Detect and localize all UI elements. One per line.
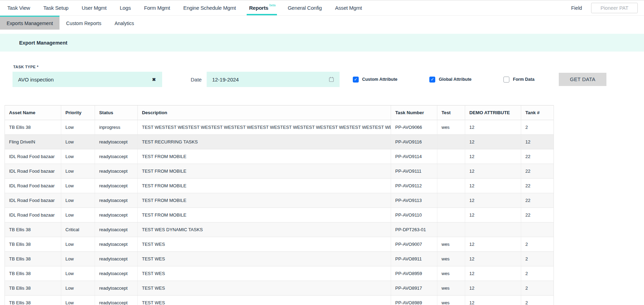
cell-description: TEST FROM MOBILE <box>138 164 391 178</box>
get-data-button[interactable]: GET DATA <box>559 73 606 86</box>
nav-item-task-setup[interactable]: Task Setup <box>40 0 71 15</box>
table-row[interactable]: TB Ellis 38LowreadytoacceptTEST WESPP-AV… <box>5 296 554 305</box>
calendar-icon[interactable] <box>329 77 334 82</box>
cell-demo-attribute: 12 <box>465 266 521 281</box>
cell-status: inprogress <box>95 120 138 134</box>
nav-item-task-view[interactable]: Task View <box>4 0 33 15</box>
cell-test: wes <box>437 252 465 266</box>
cell-priority: Low <box>61 164 95 178</box>
table-row[interactable]: IDL Road Food bazaarLowreadytoacceptTEST… <box>5 193 554 208</box>
nav-item-logs[interactable]: Logs <box>117 0 134 15</box>
table-row[interactable]: TB Ellis 38LowinprogressTEST WESTEST WES… <box>5 120 554 135</box>
cell-tank: 2 <box>521 252 554 266</box>
nav-item-engine-schedule-mgmt[interactable]: Engine Schedule Mgmt <box>180 0 239 15</box>
date-input[interactable]: 12-19-2024 <box>207 72 340 87</box>
column-header-demo-attribute[interactable]: DEMO ATTRIBUTE <box>465 105 521 120</box>
checkbox-global-attribute[interactable]: ✓Global Attribute <box>429 77 490 83</box>
cell-task-number: PP-AVO8959 <box>391 266 437 281</box>
cell-asset-name: TB Ellis 38 <box>5 237 61 251</box>
table-row[interactable]: TB Ellis 38LowreadytoacceptTEST WESPP-AV… <box>5 266 554 281</box>
table-row[interactable]: TB Ellis 38LowreadytoacceptTEST WESPP-AV… <box>5 237 554 252</box>
cell-task-number: PP-AVO8911 <box>391 252 437 266</box>
beta-badge: beta <box>269 3 276 7</box>
cell-tank: 22 <box>521 149 554 164</box>
nav-item-label: User Mgmt <box>82 5 107 11</box>
table-header-row: Asset NamePriorityStatusDescriptionTask … <box>5 105 554 120</box>
cell-demo-attribute: 12 <box>465 281 521 295</box>
field-label[interactable]: Field <box>571 5 582 11</box>
cell-asset-name: IDL Road Food bazaar <box>5 149 61 164</box>
table-row[interactable]: IDL Road Food bazaarLowreadytoacceptTEST… <box>5 149 554 164</box>
column-header-description[interactable]: Description <box>138 105 391 120</box>
cell-description: TEST WES <box>138 252 391 266</box>
checkbox-checked-icon[interactable]: ✓ <box>429 77 435 83</box>
cell-priority: Low <box>61 120 95 134</box>
table-row[interactable]: TB Ellis 38CriticalreadytoacceptTEST WES… <box>5 222 554 237</box>
cell-status: readytoaccept <box>95 208 138 222</box>
checkbox-unchecked-icon[interactable] <box>503 77 509 83</box>
checkbox-checked-icon[interactable]: ✓ <box>353 77 359 83</box>
table-row[interactable]: TB Ellis 38LowreadytoacceptTEST WESPP-AV… <box>5 252 554 266</box>
nav-item-label: Task Setup <box>43 5 68 11</box>
cell-priority: Low <box>61 149 95 164</box>
cell-tank <box>521 222 554 237</box>
cell-test: wes <box>437 237 465 251</box>
cell-status: readytoaccept <box>95 296 138 305</box>
table-row[interactable]: TB Ellis 38LowreadytoacceptTEST WESPP-AV… <box>5 281 554 296</box>
column-header-priority[interactable]: Priority <box>61 105 95 120</box>
cell-description: TEST WES <box>138 237 391 251</box>
checkbox-form-data[interactable]: Form Data <box>503 77 552 83</box>
cell-description: TEST RECURRING TASKS <box>138 135 391 149</box>
cell-tank: 2 <box>521 237 554 251</box>
cell-priority: Low <box>61 237 95 251</box>
tab-custom-reports[interactable]: Custom Reports <box>59 16 108 30</box>
cell-description: TEST WES DYNAMIC TASKS <box>138 222 391 237</box>
sub-tabs: Exports ManagementCustom ReportsAnalytic… <box>0 16 644 30</box>
cell-status: readytoaccept <box>95 149 138 164</box>
column-header-tank[interactable]: Tank # <box>521 105 554 120</box>
nav-item-general-config[interactable]: General Config <box>285 0 325 15</box>
nav-item-label: Form Mgmt <box>144 5 170 11</box>
cell-asset-name: TB Ellis 38 <box>5 266 61 281</box>
table-row[interactable]: IDL Road Food bazaarLowreadytoacceptTEST… <box>5 179 554 193</box>
column-header-test[interactable]: Test <box>437 105 465 120</box>
cell-asset-name: IDL Road Food bazaar <box>5 208 61 222</box>
cell-asset-name: Fling DriveIN <box>5 135 61 149</box>
cell-tank: 2 <box>521 281 554 295</box>
cell-asset-name: TB Ellis 38 <box>5 252 61 266</box>
cell-task-number: PP-AVO9114 <box>391 149 437 164</box>
cell-description: TEST FROM MOBILE <box>138 149 391 164</box>
tab-exports-management[interactable]: Exports Management <box>0 16 59 30</box>
checkbox-label: Custom Attribute <box>362 77 398 82</box>
nav-item-reports[interactable]: Reportsbeta <box>246 0 278 15</box>
column-header-status[interactable]: Status <box>95 105 138 120</box>
nav-item-form-mgmt[interactable]: Form Mgmt <box>141 0 173 15</box>
nav-item-label: Asset Mgmt <box>335 5 362 11</box>
tab-analytics[interactable]: Analytics <box>108 16 141 30</box>
cell-priority: Low <box>61 135 95 149</box>
cell-task-number: PP-AVO9113 <box>391 193 437 208</box>
column-header-asset-name[interactable]: Asset Name <box>5 105 61 120</box>
cell-test <box>437 179 465 193</box>
table-row[interactable]: Fling DriveINLowreadytoacceptTEST RECURR… <box>5 135 554 149</box>
cell-test <box>437 149 465 164</box>
column-header-task-number[interactable]: Task Number <box>391 105 437 120</box>
cell-demo-attribute: 12 <box>465 208 521 222</box>
nav-item-user-mgmt[interactable]: User Mgmt <box>79 0 110 15</box>
cell-test <box>437 222 465 237</box>
checkbox-custom-attribute[interactable]: ✓Custom Attribute <box>353 77 416 83</box>
section-header: Export Management <box>0 34 644 52</box>
date-label: Date <box>191 77 202 83</box>
cell-tank: 22 <box>521 164 554 178</box>
cell-status: readytoaccept <box>95 252 138 266</box>
cell-tank: 22 <box>521 208 554 222</box>
cell-description: TEST FROM MOBILE <box>138 179 391 193</box>
cell-description: TEST WESTEST WESTEST WESTEST WESTEST WES… <box>138 120 391 134</box>
table-row[interactable]: IDL Road Food bazaarLowreadytoacceptTEST… <box>5 164 554 179</box>
table-row[interactable]: IDL Road Food bazaarLowreadytoacceptTEST… <box>5 208 554 222</box>
task-type-input[interactable]: AVO inspection ✖ <box>13 72 162 87</box>
user-badge[interactable]: Pioneer PAT <box>591 3 638 13</box>
nav-item-asset-mgmt[interactable]: Asset Mgmt <box>332 0 365 15</box>
cell-demo-attribute: 12 <box>465 164 521 178</box>
clear-icon[interactable]: ✖ <box>151 76 157 83</box>
